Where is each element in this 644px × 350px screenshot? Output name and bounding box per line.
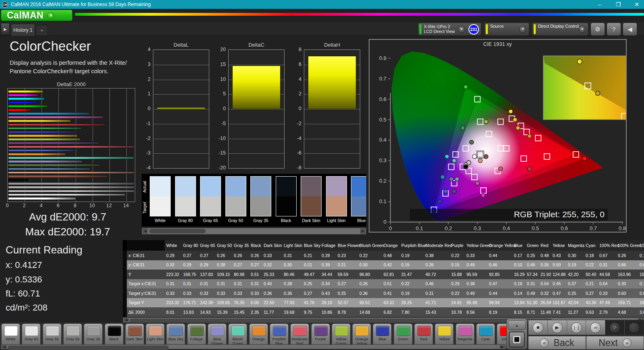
table-cell: 0.29 xyxy=(198,260,215,270)
table-cell: 0.21 xyxy=(302,260,320,270)
close-button[interactable]: ✕ xyxy=(633,1,641,8)
table-cell: 0.25 xyxy=(566,288,584,298)
calman-menu-button[interactable]: CalMAN ▼ xyxy=(1,10,72,21)
svg-text:0.1: 0.1 xyxy=(416,225,423,231)
gridline xyxy=(153,94,209,95)
deltae-bar-dark-skin xyxy=(8,175,108,178)
extra-button-segment[interactable]: · xyxy=(625,320,644,335)
pattern-series-icon[interactable]: [··] xyxy=(571,322,582,333)
table-cell: 42.04 xyxy=(566,298,584,308)
tab-scroll-button[interactable]: ▶ xyxy=(1,23,10,35)
add-tab-button[interactable]: + xyxy=(36,25,48,36)
scroll-left-icon[interactable]: ◀ xyxy=(2,345,7,348)
scrollbar-thumb[interactable] xyxy=(8,346,169,350)
title-bar: CM CalMAN 2016 CalMAN Ultimate for Busin… xyxy=(0,0,644,9)
table-cell: 0.15 xyxy=(638,251,644,260)
table-cell: 0.50 xyxy=(551,260,566,270)
play-button-segment[interactable]: ▶ xyxy=(548,320,567,335)
svg-text:0.4: 0.4 xyxy=(503,225,510,231)
refresh-icon[interactable]: ⟳ xyxy=(609,322,620,333)
strip-row-label-actual: Actual xyxy=(142,177,148,196)
pattern-series-segment[interactable]: [··] xyxy=(567,320,586,335)
chevron-down-icon[interactable]: ▼ xyxy=(47,12,54,19)
swatch-white xyxy=(150,176,171,216)
scrollbar-thumb[interactable] xyxy=(149,229,206,233)
gear-icon[interactable]: ⚙ xyxy=(590,23,605,36)
swatch-actual xyxy=(276,177,296,196)
table-row: Target y:CIE310.330.330.330.330.330.330.… xyxy=(123,288,644,298)
row-label: ΔE 2000 xyxy=(127,307,165,317)
chevron-down-icon[interactable]: ▼ xyxy=(579,26,586,33)
patch-label: Black xyxy=(105,337,123,342)
deltae-bar-100-red xyxy=(8,109,32,111)
deltae-bar-purplish-blue xyxy=(8,149,74,152)
tab-history-1[interactable]: History 1 xyxy=(11,24,35,36)
swatch-actual xyxy=(326,177,347,196)
measured-marker xyxy=(464,85,468,89)
table-cell: 0.25 xyxy=(525,251,539,260)
scroll-right-icon[interactable]: ▶ xyxy=(360,229,365,234)
patch-color xyxy=(231,326,245,336)
meter-count-badge[interactable]: 231 xyxy=(469,24,479,35)
table-cell: 0.31 xyxy=(282,251,302,260)
refresh-button-segment[interactable]: ⟳ xyxy=(605,320,625,335)
cie-title: CIE 1931 xy xyxy=(483,41,512,47)
loop-icon[interactable]: ∞ xyxy=(590,322,601,333)
scroll-right-icon[interactable]: ▶ xyxy=(500,345,505,348)
patch-label: Cyan xyxy=(477,337,495,342)
display-control-dropdown[interactable]: Direct Display Control ▼ xyxy=(532,23,588,36)
chevron-down-icon[interactable]: ▼ xyxy=(519,26,526,33)
swatch-strip-scrollbar[interactable]: ◀ ▶ xyxy=(142,228,366,235)
patch-label: Red xyxy=(415,337,433,342)
loop-button-segment[interactable]: ∞ xyxy=(586,320,605,335)
deltae-bar-blue-flower xyxy=(8,160,83,163)
stop-icon[interactable]: ■ xyxy=(533,322,543,333)
table-cell: 168.75 xyxy=(182,270,198,279)
patch-color xyxy=(4,326,18,336)
deltae-bar-orange xyxy=(8,153,66,156)
help-icon[interactable]: ? xyxy=(607,23,621,36)
expand-up-button[interactable]: ▲ xyxy=(508,320,526,330)
axis-tick-label: 2 xyxy=(138,76,151,82)
table-cell: 40.72 xyxy=(424,270,450,279)
scroll-left-icon[interactable]: ◀ xyxy=(142,229,148,234)
source-dropdown[interactable]: Source ▼ xyxy=(484,23,529,36)
table-cell: 0.42 xyxy=(382,260,400,270)
patch-bar-scrollbar[interactable]: ◀ ▶ xyxy=(1,344,506,349)
minimize-button[interactable]: – xyxy=(596,1,604,8)
pattern-window-button[interactable] xyxy=(509,331,525,348)
meter-dropdown[interactable]: X-Rite i1Pro 2 LCD Direct View ▼ 231 xyxy=(418,23,481,36)
patch-color xyxy=(438,326,451,336)
measured-marker xyxy=(464,165,468,169)
measured-marker xyxy=(440,175,444,179)
page-title: ColorChecker xyxy=(10,39,91,54)
stop-button-segment[interactable]: ■ xyxy=(528,320,548,335)
play-icon[interactable]: ▶ xyxy=(552,322,563,333)
scroll-left-icon[interactable]: ◀ xyxy=(124,318,129,322)
next-button[interactable]: Next » xyxy=(586,336,644,350)
measurement-table: WhiteGray 80Gray 65Gray 50Gray 35BlackDa… xyxy=(123,240,644,317)
swatch-label: White xyxy=(146,218,174,223)
restore-button[interactable]: ❐ xyxy=(614,1,622,8)
column-header: Cyan xyxy=(584,240,598,251)
table-cell: 41.76 xyxy=(302,298,320,308)
collapse-panel-icon[interactable]: ◀ xyxy=(623,23,637,36)
axis-tick-label: 4 xyxy=(40,203,43,208)
deltae-bar-gray-50 xyxy=(8,186,134,189)
swatch-actual xyxy=(150,177,170,196)
column-header: Blue xyxy=(512,240,525,251)
table-cell: 109.15 xyxy=(215,270,232,279)
chevron-down-icon[interactable]: ▼ xyxy=(458,26,465,33)
table-cell: 0.27 xyxy=(584,288,598,298)
source-label: Source xyxy=(490,24,504,29)
table-cell: 42.20 xyxy=(566,270,584,279)
measured-marker xyxy=(469,140,473,144)
table-cell: 0.33 xyxy=(262,251,282,260)
gridline xyxy=(304,139,360,139)
table-cell: 0.36 xyxy=(262,288,282,298)
patch-color xyxy=(190,326,204,336)
table-cell: 29.10 xyxy=(320,298,336,308)
table-cell: 47.49 xyxy=(598,298,616,308)
back-button[interactable]: « Back xyxy=(528,336,586,350)
swatch-target xyxy=(251,196,271,216)
